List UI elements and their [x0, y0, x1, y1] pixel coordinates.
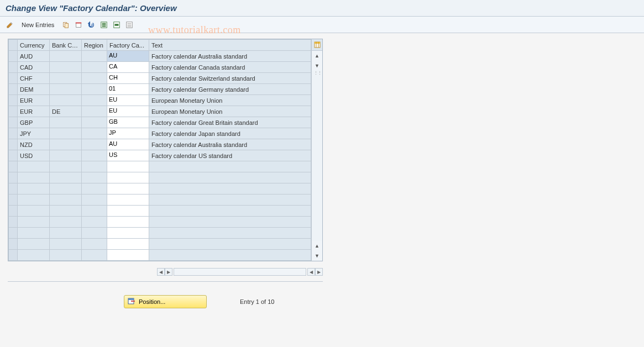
scroll-down-icon[interactable]: ▼	[312, 251, 322, 261]
row-selector[interactable]	[9, 95, 18, 106]
cell-factory[interactable]: 01	[107, 84, 149, 95]
cell-bank: DE	[50, 106, 82, 117]
cell-factory[interactable]: AU	[107, 139, 149, 150]
cell-factory[interactable]	[107, 250, 149, 261]
cell-factory[interactable]	[107, 239, 149, 250]
table-row-empty[interactable]	[9, 161, 311, 172]
cell-factory[interactable]	[107, 228, 149, 239]
cell-factory[interactable]	[107, 206, 149, 217]
cell-factory[interactable]: US	[107, 150, 149, 161]
cell-factory[interactable]: JP	[107, 128, 149, 139]
row-selector[interactable]	[9, 73, 18, 84]
cell-factory[interactable]: EU	[107, 95, 149, 106]
delete-icon[interactable]	[73, 19, 84, 30]
table-row[interactable]: NZDAUFactory calendar Australia standard	[9, 139, 311, 150]
position-button[interactable]: Position...	[124, 295, 207, 308]
cell-factory[interactable]: GB	[107, 117, 149, 128]
cell-factory[interactable]	[107, 217, 149, 228]
cell-factory[interactable]	[107, 194, 149, 206]
table-row[interactable]: EUREUEuropean Monetary Union	[9, 95, 311, 106]
cell-region	[82, 139, 107, 150]
title-text: Change View "Factory Calendar": Overview	[6, 3, 177, 13]
row-selector[interactable]	[9, 183, 18, 194]
cell-factory[interactable]: CH	[107, 73, 149, 84]
table-row-empty[interactable]	[9, 217, 311, 228]
svg-rect-15	[315, 42, 320, 44]
cell-factory[interactable]: CA	[107, 62, 149, 73]
new-entries-button[interactable]: New Entries	[17, 20, 59, 29]
cell-region	[82, 239, 107, 250]
deselect-all-icon[interactable]	[124, 19, 135, 30]
cell-factory[interactable]: AU	[107, 51, 149, 62]
row-selector[interactable]	[9, 139, 18, 150]
footer: Position... Entry 1 of 10	[8, 295, 636, 308]
row-selector[interactable]	[9, 106, 18, 117]
col-currency-header[interactable]: Currency	[18, 40, 50, 51]
scroll-up-bottom-icon[interactable]: ▲	[312, 241, 322, 251]
scroll-up-icon[interactable]: ▲	[312, 51, 322, 61]
row-selector[interactable]	[9, 206, 18, 217]
hscroll-track[interactable]	[174, 268, 306, 276]
cell-factory[interactable]	[107, 161, 149, 172]
row-selector[interactable]	[9, 117, 18, 128]
hscroll-right-icon[interactable]: ▶	[315, 268, 323, 276]
cell-factory[interactable]	[107, 183, 149, 194]
cell-factory[interactable]: EU	[107, 106, 149, 117]
cell-region	[82, 172, 107, 183]
svg-rect-7	[102, 25, 106, 27]
hscroll-right-small-icon[interactable]: ▶	[165, 268, 172, 276]
table-row[interactable]: AUDAUFactory calendar Australia standard	[9, 51, 311, 62]
select-block-icon[interactable]	[111, 19, 122, 30]
table-row[interactable]: EURDEEUEuropean Monetary Union	[9, 106, 311, 117]
table-row[interactable]: GBPGBFactory calendar Great Britain stan…	[9, 117, 311, 128]
hscroll-left-icon[interactable]: ◀	[157, 268, 165, 276]
col-text-header[interactable]: Text	[149, 40, 311, 51]
row-selector[interactable]	[9, 172, 18, 183]
row-selector[interactable]	[9, 217, 18, 228]
row-selector[interactable]	[9, 194, 18, 206]
table-row[interactable]: DEM01Factory calendar Germany standard	[9, 84, 311, 95]
undo-icon[interactable]	[86, 19, 97, 30]
table-row-empty[interactable]	[9, 206, 311, 217]
factory-calendar-table: Currency Bank Co... Region Factory Ca...…	[8, 39, 311, 261]
row-selector[interactable]	[9, 228, 18, 239]
cell-text: Factory calendar Switzerland standard	[149, 73, 311, 84]
col-selector-header[interactable]	[9, 40, 18, 51]
table-row[interactable]: JPYJPFactory calendar Japan standard	[9, 128, 311, 139]
table-row-empty[interactable]	[9, 172, 311, 183]
col-factory-header[interactable]: Factory Ca...	[107, 40, 149, 51]
table-row-empty[interactable]	[9, 183, 311, 194]
scroll-down-small-icon[interactable]: ▼	[312, 61, 322, 71]
select-all-icon[interactable]	[98, 19, 109, 30]
table-row-empty[interactable]	[9, 250, 311, 261]
col-region-header[interactable]: Region	[82, 40, 107, 51]
cell-text: Factory calendar Germany standard	[149, 84, 311, 95]
table-settings-icon[interactable]	[312, 39, 322, 51]
cell-currency: USD	[18, 150, 50, 161]
table-row-empty[interactable]	[9, 239, 311, 250]
row-selector[interactable]	[9, 150, 18, 161]
vertical-scrollbar[interactable]: ▲ ▼ ⋮⋮ ▲ ▼	[311, 39, 322, 261]
toggle-edit-icon[interactable]	[4, 19, 15, 30]
row-selector[interactable]	[9, 239, 18, 250]
cell-bank	[50, 228, 82, 239]
row-selector[interactable]	[9, 161, 18, 172]
row-selector[interactable]	[9, 84, 18, 95]
copy-icon[interactable]	[60, 19, 71, 30]
row-selector[interactable]	[9, 62, 18, 73]
cell-region	[82, 206, 107, 217]
scroll-track[interactable]: ⋮⋮	[312, 71, 322, 241]
table-row[interactable]: CADCAFactory calendar Canada standard	[9, 62, 311, 73]
table-row-empty[interactable]	[9, 228, 311, 239]
table-row-empty[interactable]	[9, 194, 311, 206]
position-icon	[128, 297, 135, 306]
col-bank-header[interactable]: Bank Co...	[50, 40, 82, 51]
cell-factory[interactable]	[107, 172, 149, 183]
row-selector[interactable]	[9, 250, 18, 261]
table-row[interactable]: USDUSFactory calendar US standard	[9, 150, 311, 161]
hscroll-left-end-icon[interactable]: ◀	[307, 268, 315, 276]
cell-region	[82, 183, 107, 194]
row-selector[interactable]	[9, 51, 18, 62]
table-row[interactable]: CHFCHFactory calendar Switzerland standa…	[9, 73, 311, 84]
row-selector[interactable]	[9, 128, 18, 139]
